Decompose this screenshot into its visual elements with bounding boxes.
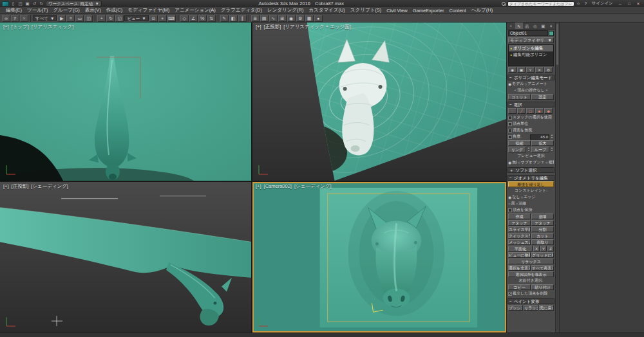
use-pivot-point-center-icon[interactable]: ⊙ [149, 15, 158, 22]
percent-snap-toggle-icon[interactable]: % [198, 15, 207, 22]
shrink-button[interactable]: 収縮 [508, 140, 531, 146]
render-setup-icon[interactable]: ⚙ [296, 15, 305, 22]
schematic-view-icon[interactable]: ⊞ [278, 15, 287, 22]
undo-icon[interactable]: ↺ [32, 1, 37, 6]
align-icon[interactable]: ∥ [238, 15, 247, 22]
grid-align-button[interactable]: グリッドに整列 [531, 252, 554, 258]
attach-button[interactable]: アタッチ [508, 220, 531, 226]
open-file-icon[interactable]: ◰ [17, 1, 23, 6]
workspace-selector[interactable]: ワークスペース: 既定値 ▼ [46, 1, 102, 6]
timeline-strip[interactable] [0, 332, 644, 337]
revert-button[interactable]: 元に戻す [539, 305, 554, 311]
infocenter-search-input[interactable] [507, 1, 574, 6]
preview-subobject-radio[interactable]: ○ サブオブジェクト [518, 159, 545, 165]
delete-isolated-vertices-checkbox[interactable]: ✓ [508, 292, 512, 296]
menu-game-exporter[interactable]: GameExporter [410, 8, 447, 14]
hide-unselected-button[interactable]: 選択以外を非表示 [508, 271, 554, 277]
angle-spinner[interactable]: ▲ ▼ [550, 134, 554, 139]
viewport-view-label[interactable]: [正投影] [12, 183, 29, 190]
use-stack-selection-checkbox[interactable] [508, 116, 512, 120]
toggle-scene-explorer-icon[interactable]: ≣ [251, 15, 260, 22]
rollout-header[interactable]: − 選択 [507, 102, 554, 107]
snaps-toggle-icon[interactable]: ◇ [180, 15, 189, 22]
modifier-visibility-icon[interactable]: ● [510, 51, 512, 58]
viewport-top-canvas[interactable] [0, 23, 251, 181]
viewport-ortho2-canvas[interactable] [0, 182, 251, 332]
rollout-header[interactable]: − ポリゴン編集モード [507, 75, 554, 80]
render-production-icon[interactable]: ● [314, 15, 323, 22]
select-and-scale-icon[interactable]: ◱ [115, 15, 124, 22]
menu-content[interactable]: Content [446, 8, 468, 14]
select-and-link-icon[interactable]: ∞ [2, 15, 10, 22]
favorites-star-icon[interactable]: ☆ [576, 1, 582, 6]
make-unique-icon[interactable]: Y [526, 67, 535, 73]
select-object-icon[interactable]: ▶ [57, 15, 66, 22]
paint-relax-button[interactable]: リラックス [524, 305, 538, 311]
create-button[interactable]: 作成 [508, 214, 531, 219]
menu-civil-view[interactable]: Civil View [384, 8, 410, 14]
rectangular-selection-region-icon[interactable]: ▭ [75, 15, 84, 22]
menu-rendering[interactable]: レンダリング(R) [265, 7, 306, 14]
rollout-header[interactable]: − ペイント変形 [507, 298, 554, 304]
commit-button[interactable]: コミット [508, 94, 531, 100]
rollout-header[interactable]: ＋ ソフト選択 [507, 167, 554, 173]
preview-multi-radio[interactable]: ○ 複数 [545, 159, 554, 165]
object-color-swatch[interactable] [549, 31, 554, 36]
mirror-icon[interactable]: ◧ [229, 15, 238, 22]
polygon-mode-icon[interactable]: ■ [535, 108, 544, 114]
maximize-button[interactable]: □ [625, 2, 633, 6]
angle-snap-toggle-icon[interactable]: ∠ [189, 15, 198, 22]
material-editor-icon[interactable]: ◉ [287, 15, 296, 22]
viewport-top[interactable]: [+] [トップ] [リアリスティック] [0, 23, 251, 181]
object-name-field[interactable]: Object01 [508, 30, 548, 36]
angle-value-field[interactable]: 45.0 [530, 134, 549, 140]
menu-scripting[interactable]: スクリプト(S) [348, 7, 384, 14]
menu-animation[interactable]: アニメーション(A) [172, 7, 218, 14]
tab-hierarchy[interactable]: 品 [523, 23, 531, 29]
viewport-menu-button[interactable]: [+] [3, 24, 9, 30]
tab-motion[interactable]: ◎ [531, 23, 540, 29]
constraint-edge-radio[interactable]: ○ エッジ [521, 194, 536, 200]
configure-modifier-sets-icon[interactable]: ⚙ [544, 67, 553, 73]
menu-edit[interactable]: 編集(E) [3, 7, 24, 14]
modifier-list-dropdown[interactable]: モディファイヤリスト ▼ [508, 37, 554, 43]
split-button[interactable]: 分割 [531, 226, 554, 232]
menu-modifiers[interactable]: モディファイヤ(M) [125, 7, 172, 14]
planar-y-button[interactable]: Y [540, 246, 547, 251]
loop-spinner[interactable]: ▲ ▼ [550, 147, 554, 152]
selection-filter-dropdown[interactable]: すべて ▼ [33, 15, 57, 21]
unlink-selection-icon[interactable]: ≠ [11, 15, 19, 22]
repeat-last-button[interactable]: 最後を繰り返し [508, 181, 554, 187]
hide-selected-button[interactable]: 選択を非表示 [508, 265, 531, 271]
menu-customize[interactable]: カスタマイズ(U) [306, 7, 347, 14]
settings-button[interactable]: 設定 [531, 94, 554, 100]
toggle-ribbon-icon[interactable]: ▤ [260, 15, 269, 22]
chamfer-button[interactable]: 面取り [531, 239, 554, 245]
copy-button[interactable]: コピー [508, 284, 531, 290]
save-file-icon[interactable]: ▣ [24, 1, 30, 6]
modifier-visibility-icon[interactable]: ● [510, 45, 512, 51]
stack-item-edit-poly[interactable]: ● ポリゴンを編集 [509, 45, 553, 51]
msmooth-button[interactable]: メッシュスムーズ [508, 239, 531, 245]
model-mode-radio[interactable]: ◉ モデル [508, 81, 524, 87]
curve-editor-icon[interactable]: ∿ [269, 15, 278, 22]
edit-named-selection-sets-icon[interactable]: ✎ [220, 15, 229, 22]
constraint-face-radio[interactable]: ○ 面 [508, 201, 515, 206]
loop-button[interactable]: ループ [531, 147, 549, 152]
select-and-move-icon[interactable]: + [97, 15, 106, 22]
viewport-view-label[interactable]: [正投影] [264, 24, 281, 30]
make-planar-button[interactable]: 平面化 [508, 246, 533, 251]
border-mode-icon[interactable]: ◻ [526, 108, 535, 114]
3dsmax-logo[interactable] [2, 1, 9, 6]
ring-spinner[interactable]: ▲ ▼ [527, 147, 531, 152]
paste-button[interactable]: 貼り付け [531, 284, 554, 290]
planar-z-button[interactable]: Z [547, 246, 554, 251]
reference-coordinate-dropdown[interactable]: ビュー ▼ [124, 15, 148, 21]
viewport-shading-label[interactable]: [シェーディング] [294, 183, 332, 190]
new-file-icon[interactable]: ▯ [10, 1, 16, 6]
constraint-normal-radio[interactable]: ○ 法線 [516, 201, 527, 206]
redo-icon[interactable]: ↻ [39, 1, 44, 6]
panel-scrollbar[interactable] [555, 23, 559, 332]
unhide-all-button[interactable]: すべて再表示 [531, 265, 554, 271]
ignore-backfacing-checkbox[interactable] [508, 129, 512, 132]
